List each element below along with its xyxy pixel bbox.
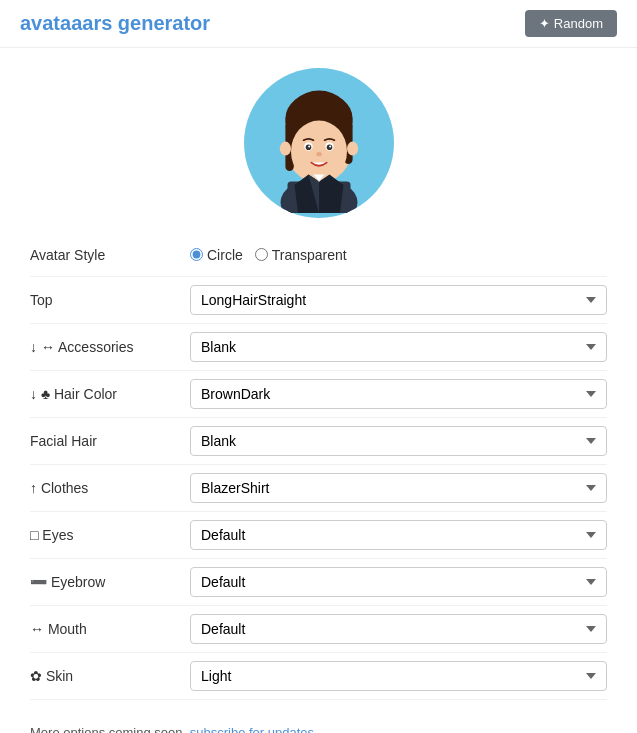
subscribe-link[interactable]: subscribe for updates [190, 725, 314, 733]
accessories-input: Blank Kurt Prescription01 Prescription02… [190, 332, 607, 362]
hair-color-label: ↓ ♣ Hair Color [30, 386, 190, 402]
skin-select[interactable]: Tanned Yellow Pale Light Brown DarkBrown… [190, 661, 607, 691]
facial-hair-select[interactable]: Blank BeardLight BeardMajestic BeardMedi… [190, 426, 607, 456]
svg-point-10 [291, 121, 347, 183]
avatar-style-circle[interactable]: Circle [190, 247, 243, 263]
svg-point-15 [308, 145, 310, 147]
clothes-label: ↑ Clothes [30, 480, 190, 496]
top-input: LongHairStraight LongHairBob LongHairBun… [190, 285, 607, 315]
clothes-row: ↑ Clothes BlazerShirt BlazerSweater Coll… [30, 465, 607, 512]
eyebrow-row: ➖ Eyebrow Angry AngryNatural Default Def… [30, 559, 607, 606]
skin-label: ✿ Skin [30, 668, 190, 684]
facial-hair-row: Facial Hair Blank BeardLight BeardMajest… [30, 418, 607, 465]
mouth-select[interactable]: Concerned Default Disbelief Eating Grima… [190, 614, 607, 644]
avatar-style-label: Avatar Style [30, 247, 190, 263]
controls-panel: Avatar Style Circle Transparent Top Long… [0, 233, 637, 715]
eyebrow-input: Angry AngryNatural Default DefaultNatura… [190, 567, 607, 597]
mouth-row: ↔ Mouth Concerned Default Disbelief Eati… [30, 606, 607, 653]
facial-hair-label: Facial Hair [30, 433, 190, 449]
svg-point-9 [347, 142, 358, 156]
avatar-circle [244, 68, 394, 218]
facial-hair-input: Blank BeardLight BeardMajestic BeardMedi… [190, 426, 607, 456]
avatar-preview [0, 48, 637, 233]
hair-color-select[interactable]: Auburn Black Blonde BlondeGolden Brown B… [190, 379, 607, 409]
avatar-style-input: Circle Transparent [190, 247, 607, 263]
avatar-style-transparent[interactable]: Transparent [255, 247, 347, 263]
clothes-input: BlazerShirt BlazerSweater CollarSweater … [190, 473, 607, 503]
eyes-input: Close Cry Default Dizzy EyeRoll Happy He… [190, 520, 607, 550]
accessories-row: ↓ ↔ Accessories Blank Kurt Prescription0… [30, 324, 607, 371]
mouth-input: Concerned Default Disbelief Eating Grima… [190, 614, 607, 644]
skin-row: ✿ Skin Tanned Yellow Pale Light Brown Da… [30, 653, 607, 700]
top-label: Top [30, 292, 190, 308]
eyes-select[interactable]: Close Cry Default Dizzy EyeRoll Happy He… [190, 520, 607, 550]
header: avataaars generator ✦ Random [0, 0, 637, 48]
hair-color-input: Auburn Black Blonde BlondeGolden Brown B… [190, 379, 607, 409]
mouth-label: ↔ Mouth [30, 621, 190, 637]
eyebrow-select[interactable]: Angry AngryNatural Default DefaultNatura… [190, 567, 607, 597]
eyebrow-label: ➖ Eyebrow [30, 574, 190, 590]
avatar-style-row: Avatar Style Circle Transparent [30, 233, 607, 277]
eyes-row: □ Eyes Close Cry Default Dizzy EyeRoll H… [30, 512, 607, 559]
svg-point-8 [279, 142, 290, 156]
skin-input: Tanned Yellow Pale Light Brown DarkBrown… [190, 661, 607, 691]
top-row: Top LongHairStraight LongHairBob LongHai… [30, 277, 607, 324]
hair-color-row: ↓ ♣ Hair Color Auburn Black Blonde Blond… [30, 371, 607, 418]
svg-point-17 [316, 152, 322, 156]
top-select[interactable]: LongHairStraight LongHairBob LongHairBun… [190, 285, 607, 315]
avatar-style-transparent-radio[interactable] [255, 248, 268, 261]
random-button[interactable]: ✦ Random [525, 10, 617, 37]
clothes-select[interactable]: BlazerShirt BlazerSweater CollarSweater … [190, 473, 607, 503]
accessories-select[interactable]: Blank Kurt Prescription01 Prescription02… [190, 332, 607, 362]
app-title: avataaars generator [20, 12, 210, 35]
accessories-label: ↓ ↔ Accessories [30, 339, 190, 355]
footer-text: More options coming soon, subscribe for … [0, 715, 637, 733]
avatar-image [249, 73, 389, 213]
eyes-label: □ Eyes [30, 527, 190, 543]
svg-point-16 [329, 145, 331, 147]
avatar-style-circle-radio[interactable] [190, 248, 203, 261]
